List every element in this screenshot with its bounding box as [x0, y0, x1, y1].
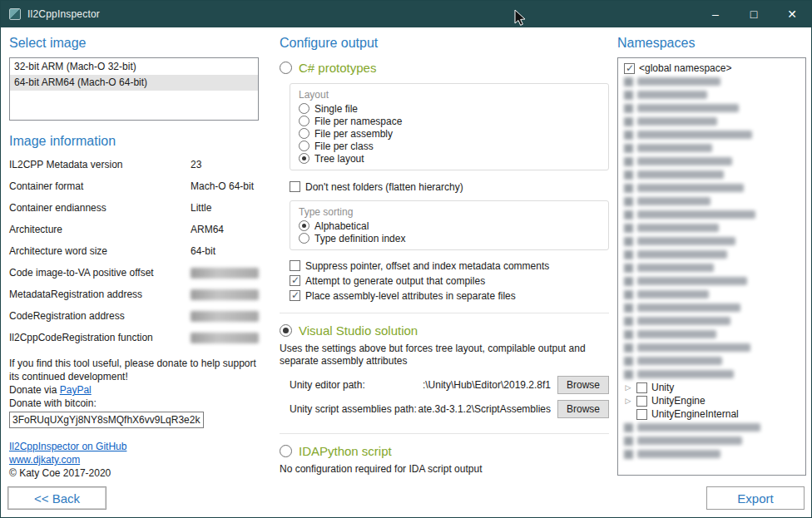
checkbox-label: Suppress pointer, offset and index metad… — [305, 260, 549, 272]
redacted-value — [191, 289, 259, 300]
namespace-item-global[interactable]: <global namespace> — [621, 62, 802, 75]
visual-studio-option[interactable]: Visual Studio solution — [280, 323, 609, 338]
namespace-item-redacted[interactable] — [621, 434, 802, 447]
links-block: Il2CppInspector on GitHub www.djkaty.com… — [9, 440, 259, 480]
namespace-item-redacted[interactable] — [621, 195, 802, 208]
namespace-label: <global namespace> — [639, 62, 731, 74]
namespace-item-redacted[interactable] — [621, 261, 802, 274]
layout-group-label: Layout — [299, 89, 600, 101]
namespace-item-redacted[interactable] — [621, 155, 802, 168]
namespace-item-redacted[interactable] — [621, 101, 802, 115]
csharp-prototypes-option[interactable]: C# prototypes — [280, 61, 609, 75]
namespace-item-redacted[interactable] — [621, 354, 802, 368]
namespace-item-redacted[interactable] — [621, 128, 802, 141]
namespace-item-redacted[interactable] — [621, 115, 802, 128]
info-row: Architecture ARM64 — [9, 219, 259, 240]
csharp-prototypes-label: C# prototypes — [299, 61, 376, 75]
image-info-header: Image information — [9, 134, 259, 149]
info-label: Container endianness — [9, 202, 191, 214]
website-link[interactable]: www.djkaty.com — [9, 453, 80, 466]
export-button[interactable]: Export — [706, 486, 805, 510]
namespace-item-redacted[interactable] — [621, 328, 802, 341]
idapython-option[interactable]: IDAPython script — [280, 444, 609, 458]
idapython-label: IDAPython script — [299, 444, 392, 458]
expander-icon[interactable]: ▷ — [624, 397, 632, 405]
namespace-item-redacted[interactable] — [621, 301, 802, 314]
radio-label: Tree layout — [314, 153, 364, 165]
info-label: CodeRegistration address — [9, 310, 191, 322]
info-row: MetadataRegistration address — [9, 284, 259, 305]
namespace-item-redacted[interactable] — [621, 181, 802, 195]
checkbox-icon — [290, 260, 300, 271]
suppress-metadata-checkbox[interactable]: Suppress pointer, offset and index metad… — [290, 260, 609, 271]
namespace-item-redacted[interactable] — [621, 88, 802, 101]
namespace-item-redacted[interactable] — [621, 75, 802, 88]
window-controls: – □ ✕ — [696, 1, 811, 27]
radio-label: File per namespace — [314, 116, 402, 127]
namespace-item-redacted[interactable] — [621, 274, 802, 288]
unity-editor-path-label: Unity editor path: — [290, 379, 365, 391]
maximize-button[interactable]: □ — [735, 1, 773, 27]
radio-icon — [299, 220, 309, 231]
browse-script-assemblies-button[interactable]: Browse — [557, 400, 609, 418]
separate-attributes-checkbox[interactable]: Place assembly-level attributes in separ… — [290, 290, 609, 301]
bitcoin-address-field[interactable] — [9, 412, 204, 428]
layout-option-file-per-namespace[interactable]: File per namespace — [299, 115, 600, 127]
namespace-item-redacted[interactable] — [621, 368, 802, 381]
info-value: Little — [191, 202, 211, 214]
layout-option-single-file[interactable]: Single file — [299, 102, 600, 115]
image-option-arm32[interactable]: 32-bit ARM (Mach-O 32-bit) — [10, 59, 258, 75]
checkbox-icon — [636, 409, 647, 420]
compilable-output-checkbox[interactable]: Attempt to generate output that compiles — [290, 275, 609, 286]
namespace-item-redacted[interactable] — [621, 314, 802, 328]
checkbox-label: Don't nest folders (flatten hierarchy) — [305, 181, 463, 193]
paypal-link[interactable]: PayPal — [60, 384, 92, 396]
info-row: Architecture word size 64-bit — [9, 240, 259, 262]
title-bar[interactable]: Il2CppInspector – □ ✕ — [1, 1, 811, 27]
close-button[interactable]: ✕ — [773, 1, 811, 27]
info-row: Container format Mach-O 64-bit — [9, 175, 259, 197]
idapython-description: No configuration required for IDA script… — [280, 463, 609, 476]
github-link[interactable]: Il2CppInspector on GitHub — [9, 440, 126, 453]
namespace-item-redacted[interactable] — [621, 168, 802, 181]
namespace-item-unity[interactable]: ▷ Unity — [621, 381, 802, 394]
info-label: Container format — [9, 180, 191, 192]
namespace-item-redacted[interactable] — [621, 141, 802, 155]
mouse-cursor-icon — [513, 9, 527, 27]
namespace-item-redacted[interactable] — [621, 447, 802, 461]
namespace-item-redacted[interactable] — [621, 421, 802, 434]
image-option-arm64[interactable]: 64-bit ARM64 (Mach-O 64-bit) — [10, 75, 258, 91]
radio-icon — [299, 128, 309, 139]
radio-label: Type definition index — [314, 233, 405, 244]
browse-unity-editor-button[interactable]: Browse — [557, 376, 609, 394]
namespace-item-unityengine[interactable]: ▷ UnityEngine — [621, 394, 802, 407]
namespace-item-redacted[interactable] — [621, 341, 802, 354]
back-button[interactable]: << Back — [7, 486, 106, 510]
minimize-button[interactable]: – — [696, 1, 735, 27]
radio-icon — [299, 103, 309, 114]
radio-icon — [280, 445, 292, 457]
info-value: ARM64 — [191, 224, 224, 235]
info-row: Il2CppCodeRegistration function — [9, 327, 259, 348]
app-window: Il2CppInspector – □ ✕ Select image 32-bi… — [0, 0, 812, 518]
layout-option-tree-layout[interactable]: Tree layout — [299, 152, 600, 165]
info-row: Container endianness Little — [9, 197, 259, 219]
checkbox-icon — [290, 290, 300, 301]
namespace-label: Unity — [651, 382, 674, 393]
namespace-item-redacted[interactable] — [621, 208, 802, 221]
namespace-item-unityengineinternal[interactable]: UnityEngineInternal — [621, 407, 802, 421]
layout-option-file-per-assembly[interactable]: File per assembly — [299, 127, 600, 140]
sorting-option-type-definition-index[interactable]: Type definition index — [299, 232, 600, 244]
info-row: IL2CPP Metadata version 23 — [9, 154, 259, 175]
namespace-item-redacted[interactable] — [621, 248, 802, 261]
namespace-item-redacted[interactable] — [621, 221, 802, 234]
layout-option-file-per-class[interactable]: File per class — [299, 140, 600, 152]
left-panel: Select image 32-bit ARM (Mach-O 32-bit) … — [9, 36, 259, 480]
namespace-item-redacted[interactable] — [621, 288, 802, 301]
namespace-item-redacted[interactable] — [621, 234, 802, 248]
expander-icon[interactable]: ▷ — [624, 383, 632, 392]
namespaces-tree[interactable]: <global namespace> — [617, 57, 806, 476]
flatten-hierarchy-checkbox[interactable]: Don't nest folders (flatten hierarchy) — [290, 181, 609, 192]
sorting-option-alphabetical[interactable]: Alphabetical — [299, 220, 600, 232]
unity-editor-path-value: :\Unity\Hub\Editor\2019.2.8f1 — [423, 379, 551, 391]
